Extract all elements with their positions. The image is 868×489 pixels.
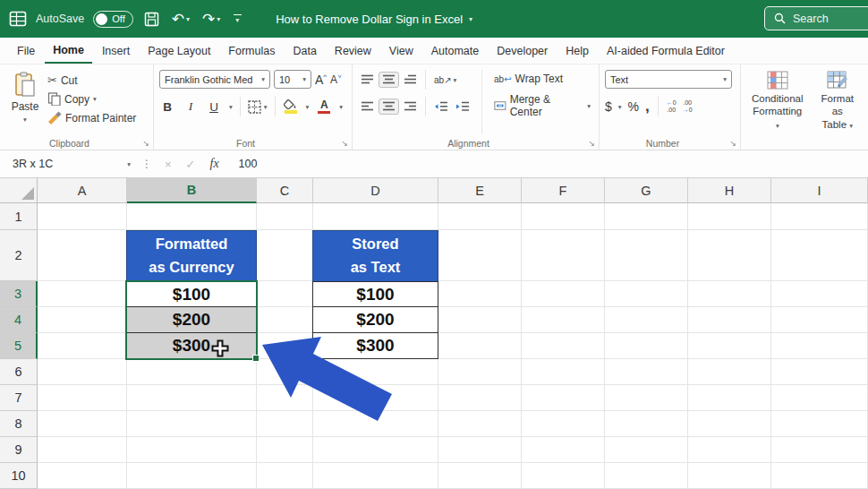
cell-F5[interactable] [522, 333, 605, 359]
copy-button[interactable]: Copy ▾ [45, 91, 139, 107]
row-header-6[interactable]: 6 [0, 359, 38, 385]
cell-I10[interactable] [771, 463, 868, 489]
document-title[interactable]: How to Remove Dollar Sign in Excel ▾ [276, 13, 472, 26]
cell-E1[interactable] [438, 203, 522, 230]
cell-C5[interactable] [257, 333, 313, 359]
cell-E5[interactable] [438, 333, 522, 359]
cell-H3[interactable] [688, 281, 771, 307]
number-format-select[interactable]: Text ▾ [605, 70, 732, 89]
column-header-D[interactable]: D [313, 178, 438, 203]
cell-E9[interactable] [438, 437, 522, 463]
cell-D3[interactable] [313, 281, 438, 307]
cell-C10[interactable] [257, 463, 313, 489]
cell-H6[interactable] [688, 359, 771, 385]
tab-review[interactable]: Review [327, 38, 379, 64]
column-header-C[interactable]: C [257, 178, 313, 203]
tab-help[interactable]: Help [557, 38, 597, 64]
cell-A9[interactable] [38, 437, 127, 463]
cell-I5[interactable] [771, 333, 868, 359]
cell-F9[interactable] [522, 437, 605, 463]
dialog-launcher-icon[interactable]: ↘ [729, 139, 736, 148]
cell-G3[interactable] [605, 281, 688, 307]
format-painter-button[interactable]: Format Painter [45, 110, 139, 125]
font-size-select[interactable]: 10 ▾ [274, 70, 311, 89]
cell-I2[interactable] [771, 230, 868, 281]
cell-A10[interactable] [38, 463, 127, 489]
row-header-8[interactable]: 8 [0, 411, 38, 437]
conditional-formatting-button[interactable]: Conditional Formatting ▾ [746, 71, 809, 134]
comma-format-button[interactable]: , [645, 102, 650, 111]
cell-A5[interactable] [38, 333, 127, 359]
cell-H5[interactable] [688, 333, 771, 359]
cell-B8[interactable] [127, 411, 257, 437]
search-input[interactable]: Search [764, 6, 868, 30]
row-header-2[interactable]: 2 [0, 230, 38, 281]
column-header-F[interactable]: F [522, 178, 605, 203]
cell-E4[interactable] [438, 307, 522, 333]
cell-H10[interactable] [688, 463, 771, 489]
cell-E2[interactable] [438, 230, 522, 281]
tab-data[interactable]: Data [285, 38, 324, 64]
cell-A7[interactable] [38, 385, 127, 411]
bold-button[interactable]: B [159, 100, 175, 114]
italic-button[interactable]: I [183, 99, 199, 114]
cell-F1[interactable] [522, 203, 605, 230]
cell-H7[interactable] [688, 385, 771, 411]
cut-button[interactable]: ✂ Cut [45, 73, 139, 88]
cell-G6[interactable] [605, 359, 688, 385]
autosave-toggle[interactable]: Off [93, 11, 132, 28]
cell-B10[interactable] [127, 463, 257, 489]
cell-F8[interactable] [522, 411, 605, 437]
tab-developer[interactable]: Developer [489, 38, 556, 64]
cell-C8[interactable] [257, 411, 313, 437]
increase-decimal-button[interactable]: ←0.00 [667, 99, 677, 115]
font-name-select[interactable]: Franklin Gothic Med ▾ [159, 70, 270, 89]
row-header-5[interactable]: 5 [0, 333, 38, 359]
fill-handle[interactable] [252, 355, 260, 362]
tab-file[interactable]: File [9, 38, 43, 64]
cell-F2[interactable] [522, 230, 605, 281]
redo-button[interactable]: ↷▾ [200, 12, 222, 27]
cell-I9[interactable] [771, 437, 868, 463]
tab-page-layout[interactable]: Page Layout [140, 38, 218, 64]
cell-B5[interactable] [127, 333, 257, 359]
cell-H2[interactable] [688, 230, 771, 281]
format-as-table-button[interactable]: Format as Table ▾ [813, 71, 863, 134]
cell-D5[interactable] [313, 333, 438, 359]
tab-ai-formula-editor[interactable]: AI-aided Formula Editor [599, 38, 733, 64]
cell-C6[interactable] [257, 359, 313, 385]
cell-G5[interactable] [605, 333, 688, 359]
cell-F7[interactable] [522, 385, 605, 411]
cell-H9[interactable] [688, 437, 771, 463]
cell-D7[interactable] [313, 385, 438, 411]
cell-I6[interactable] [771, 359, 868, 385]
cell-G4[interactable] [605, 307, 688, 333]
cell-G8[interactable] [605, 411, 688, 437]
cell-A6[interactable] [38, 359, 127, 385]
column-header-A[interactable]: A [38, 178, 127, 203]
row-header-3[interactable]: 3 [0, 281, 38, 307]
column-header-H[interactable]: H [688, 178, 771, 203]
increase-font-size-button[interactable]: A^ [315, 73, 327, 87]
align-left-button[interactable] [358, 99, 377, 114]
row-header-10[interactable]: 10 [0, 463, 38, 489]
customize-quick-access-button[interactable]: ▾ [231, 14, 243, 24]
enter-button[interactable]: ✓ [179, 158, 203, 171]
tab-view[interactable]: View [381, 38, 421, 64]
tab-automate[interactable]: Automate [423, 38, 488, 64]
cell-I3[interactable] [771, 281, 868, 307]
column-header-G[interactable]: G [605, 178, 688, 203]
cell-A1[interactable] [38, 203, 127, 230]
align-middle-button[interactable] [379, 72, 399, 88]
row-header-9[interactable]: 9 [0, 437, 38, 463]
column-header-E[interactable]: E [438, 178, 522, 203]
underline-button[interactable]: U [206, 100, 222, 114]
cell-C3[interactable] [257, 281, 313, 307]
cell-A4[interactable] [38, 307, 127, 333]
row-header-1[interactable]: 1 [0, 203, 38, 230]
cell-G7[interactable] [605, 385, 688, 411]
cell-C9[interactable] [257, 437, 313, 463]
cell-F10[interactable] [522, 463, 605, 489]
cell-E6[interactable] [438, 359, 522, 385]
column-header-I[interactable]: I [771, 178, 868, 203]
